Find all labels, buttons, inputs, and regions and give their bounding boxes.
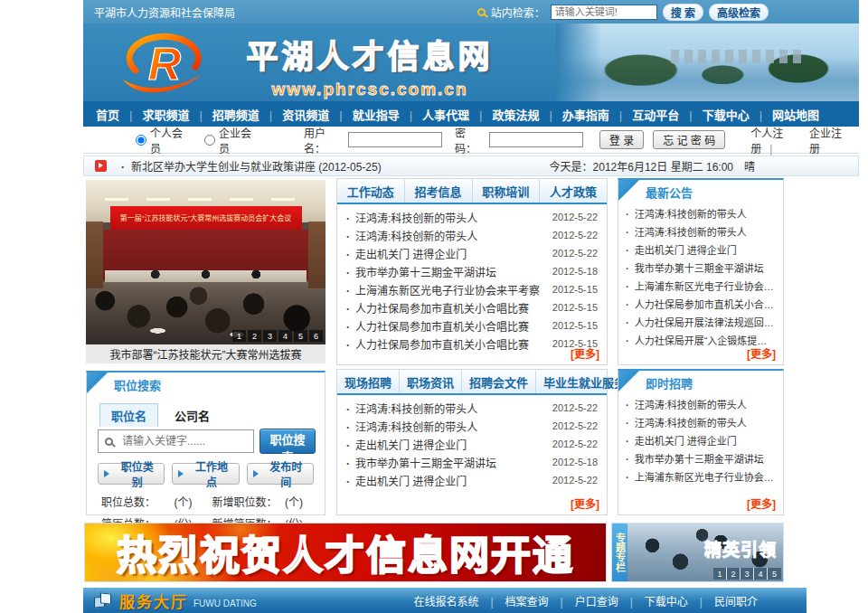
tab[interactable]: 职场资讯 xyxy=(400,370,462,393)
recruit-item[interactable]: 走出机关门 进得企业门 xyxy=(618,431,783,449)
tab[interactable]: 工作动态 xyxy=(337,179,405,203)
recruit-item[interactable]: 汪鸿涛:科技创新的带头人 xyxy=(618,395,783,413)
news-item[interactable]: 人力社保局参加市直机关小合唱比赛 2012-5-15 xyxy=(337,298,607,316)
nav-item[interactable]: 首页 xyxy=(96,106,142,123)
news-item[interactable]: 汪鸿涛:科技创新的带头人 2012-5-22 xyxy=(337,208,607,226)
announcement-item[interactable]: 上海浦东新区光电子行业协会来平考 xyxy=(618,277,783,295)
site-search-button[interactable]: 搜 索 xyxy=(663,4,703,21)
news-item[interactable]: 走出机关门 进得企业门 2012-5-22 xyxy=(337,471,607,489)
announcement-item[interactable]: 人力社保局开展法律法规巡回培训 xyxy=(618,313,783,331)
banner-page-button[interactable]: 3 xyxy=(741,568,754,580)
slider-page-button[interactable]: 6 xyxy=(309,330,323,342)
username-input[interactable] xyxy=(348,132,442,147)
site-search-label: 站内检索： xyxy=(491,5,545,20)
news-item[interactable]: 我市举办第十三期金平湖讲坛 2012-5-18 xyxy=(337,262,607,280)
news-item[interactable]: 人力社保局参加市直机关小合唱比赛 2012-5-15 xyxy=(337,335,607,353)
more-link[interactable]: [更多] xyxy=(571,345,599,361)
instant-recruit-panel: 即时招聘 汪鸿涛:科技创新的带头人 汪鸿涛:科技创新的带头人 走出机关门 进得企… xyxy=(618,369,784,515)
slider-page-button[interactable]: 1 xyxy=(232,330,246,342)
banner-page-button[interactable]: 5 xyxy=(768,568,781,580)
nav-item[interactable]: 互动平台 xyxy=(632,106,702,123)
tab[interactable]: 招聘会文件 xyxy=(462,370,536,393)
recruit-item[interactable]: 我市举办第十三期金平湖讲坛 xyxy=(618,449,783,467)
conference-photo[interactable]: 第一届“江苏技能状元”大赛常州选拔赛动员会扩大会议 123456 xyxy=(86,180,326,344)
news-date: 2012-5-15 xyxy=(552,320,598,331)
nav-item[interactable]: 办事指南 xyxy=(562,106,632,123)
banner-page-button[interactable]: 2 xyxy=(727,568,741,580)
news-item[interactable]: 我市举办第十三期金平湖讲坛 2012-5-18 xyxy=(337,453,607,471)
news-date: 2012-5-18 xyxy=(552,266,598,277)
more-link[interactable]: [更多] xyxy=(747,495,776,511)
panel-title: 职位搜索 xyxy=(114,376,161,393)
recruit-item[interactable]: 汪鸿涛:科技创新的带头人 xyxy=(618,413,783,431)
announcement-item[interactable]: 人力社保局参加市直机关小合唱比赛 xyxy=(618,295,783,313)
recruit-item[interactable]: 上海浦东新区光电子行业协会来平考 xyxy=(618,467,783,486)
footer-link[interactable]: 户口查询 xyxy=(575,593,645,608)
nav-item[interactable]: 就业指导 xyxy=(353,106,422,123)
password-input[interactable] xyxy=(489,132,583,147)
side-banner-caption: 精英引领 xyxy=(704,536,777,561)
footer-link[interactable]: 在线报名系统 xyxy=(413,593,505,608)
slider-page-button[interactable]: 2 xyxy=(248,330,261,342)
footer-link[interactable]: 下载中心 xyxy=(645,593,714,608)
tab-company-name[interactable]: 公司名 xyxy=(164,404,221,427)
filter-button[interactable]: 发布时间 xyxy=(247,463,314,485)
filter-label: 工作地点 xyxy=(190,458,232,489)
filter-button[interactable]: 工作地点 xyxy=(172,463,239,485)
tab[interactable]: 现场招聘 xyxy=(337,370,400,393)
company-member-radio[interactable] xyxy=(204,135,215,146)
slider-pagination: 123456 xyxy=(232,330,323,342)
photo-caption[interactable]: 我市部署“江苏技能状元”大赛常州选拔赛 xyxy=(86,344,326,363)
announcement-title: 我市举办第十三期金平湖讲坛 xyxy=(626,260,776,275)
personal-member-radio[interactable] xyxy=(136,135,146,146)
celebration-banner[interactable]: 热烈祝贺人才信息网开通 xyxy=(84,523,607,582)
more-link[interactable]: [更多] xyxy=(571,495,599,511)
nav-item[interactable]: 政策法规 xyxy=(492,106,561,123)
side-banner[interactable]: 专题专栏 精英引领 12345 xyxy=(611,523,784,582)
footer-link[interactable]: 档案查询 xyxy=(505,593,575,608)
slider-page-button[interactable]: 3 xyxy=(263,330,277,342)
filter-button[interactable]: 职位类别 xyxy=(98,463,165,485)
member-type-company[interactable]: 企业会员 xyxy=(204,125,259,156)
tab[interactable]: 招考信息 xyxy=(405,179,473,203)
more-link[interactable]: [更多] xyxy=(747,345,776,361)
tab[interactable]: 职称培训 xyxy=(473,179,541,203)
nav-item[interactable]: 人事代理 xyxy=(422,106,492,123)
news-item[interactable]: 走出机关门 进得企业门 2012-5-22 xyxy=(337,244,607,262)
nav-item[interactable]: 招聘频道 xyxy=(212,106,282,123)
banner-text: 热烈祝贺人才信息网开通 xyxy=(117,523,574,581)
announcement-item[interactable]: 走出机关门 进得企业门 xyxy=(618,240,783,259)
news-item[interactable]: 汪鸿涛:科技创新的带头人 2012-5-22 xyxy=(337,417,607,435)
news-item[interactable]: 人力社保局参加市直机关小合唱比赛 2012-5-15 xyxy=(337,316,607,335)
job-search-button[interactable]: 职位搜索 xyxy=(259,429,316,454)
ticker-headline[interactable]: 新北区举办大学生创业与就业政策讲座 (2012-05-25) xyxy=(121,158,382,174)
login-button[interactable]: 登 录 xyxy=(599,130,644,149)
announcement-item[interactable]: 我市举办第十三期金平湖讲坛 xyxy=(618,259,783,277)
register-company-link[interactable]: 企业注册 xyxy=(809,125,850,156)
news-item[interactable]: 汪鸿涛:科技创新的带头人 2012-5-22 xyxy=(337,399,607,417)
nav-item[interactable]: 网站地图 xyxy=(772,106,819,123)
forgot-password-button[interactable]: 忘 记 密 码 xyxy=(653,130,725,149)
announcement-item[interactable]: 汪鸿涛:科技创新的带头人 xyxy=(618,222,783,240)
nav-item[interactable]: 资讯频道 xyxy=(282,106,352,123)
slider-page-button[interactable]: 4 xyxy=(278,330,292,342)
site-search-input[interactable] xyxy=(551,5,657,20)
news-title: 我市举办第十三期金平湖讲坛 xyxy=(346,455,547,470)
news-item[interactable]: 汪鸿涛:科技创新的带头人 2012-5-22 xyxy=(337,226,607,244)
announcement-item[interactable]: 汪鸿涛:科技创新的带头人 xyxy=(618,204,783,222)
nav-item[interactable]: 下载中心 xyxy=(703,106,772,123)
news-item[interactable]: 走出机关门 进得企业门 2012-5-22 xyxy=(337,435,607,453)
tab[interactable]: 人才政策 xyxy=(540,179,607,203)
recruit-title: 走出机关门 进得企业门 xyxy=(626,433,776,448)
banner-page-button[interactable]: 1 xyxy=(713,568,727,580)
slider-page-button[interactable]: 5 xyxy=(294,330,307,342)
nav-item[interactable]: 求职频道 xyxy=(142,106,212,123)
register-personal-link[interactable]: 个人注册 xyxy=(750,125,809,156)
advanced-search-button[interactable]: 高级检索 xyxy=(709,4,769,21)
footer-link[interactable]: 民间职介 xyxy=(714,593,758,608)
banner-page-button[interactable]: 4 xyxy=(754,568,768,580)
news-item[interactable]: 上海浦东新区光电子行业协会来平考察 2012-5-15 xyxy=(337,280,607,298)
member-type-personal[interactable]: 个人会员 xyxy=(136,125,190,156)
tab-position-name[interactable]: 职位名 xyxy=(99,403,158,427)
keyword-input[interactable] xyxy=(120,434,247,448)
